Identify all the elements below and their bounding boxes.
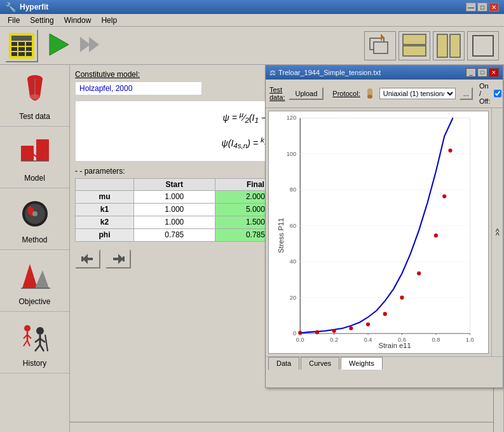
svg-text:80: 80 — [290, 186, 296, 193]
float-window-title: Treloar_1944_Simple_tension.txt — [278, 69, 381, 76]
param-start-phi: 0.785 — [133, 228, 215, 241]
svg-marker-39 — [83, 254, 88, 264]
svg-point-46 — [367, 95, 372, 99]
col-header-start: Start — [133, 178, 215, 190]
app-title: Hyperfit — [20, 3, 48, 11]
svg-text:0.2: 0.2 — [330, 337, 338, 343]
objective-icon — [15, 255, 55, 296]
title-bar-controls[interactable]: — □ ✕ — [466, 3, 499, 11]
close-button[interactable]: ✕ — [489, 3, 499, 11]
svg-line-37 — [45, 335, 48, 351]
center-panel: Constitutive model: Holzapfel, 2000 ψ = … — [70, 65, 504, 432]
svg-text:0.8: 0.8 — [432, 337, 440, 343]
toolbar-import-button[interactable] — [364, 31, 396, 60]
sidebar-label-test-data: Test data — [19, 112, 50, 121]
svg-text:40: 40 — [290, 258, 296, 265]
svg-text:1.0: 1.0 — [466, 337, 474, 343]
svg-point-87 — [434, 233, 438, 237]
svg-point-84 — [383, 312, 387, 316]
svg-rect-16 — [36, 139, 49, 161]
svg-point-82 — [349, 326, 353, 330]
menu-help[interactable]: Help — [96, 15, 122, 26]
float-tabs: Data Curves Weights — [266, 356, 503, 370]
menu-window[interactable]: Window — [59, 15, 97, 26]
test-data-label: Test data: — [269, 86, 285, 101]
svg-rect-4 — [374, 42, 388, 53]
float-window: ⚖ Treloar_1944_Simple_tension.txt _ □ ✕ … — [265, 65, 503, 388]
param-name-phi: phi — [76, 228, 134, 241]
test-data-icon — [15, 70, 55, 111]
svg-marker-0 — [50, 34, 69, 55]
svg-marker-42 — [118, 254, 123, 264]
calculator-button[interactable] — [5, 29, 38, 62]
toolbar-layout1-button[interactable] — [398, 31, 430, 60]
toolbar-single-button[interactable] — [467, 31, 499, 60]
sidebar-item-method[interactable]: Method — [0, 188, 69, 250]
toolbar — [0, 27, 504, 65]
menu-file[interactable]: File — [3, 15, 25, 26]
svg-point-25 — [24, 325, 31, 331]
svg-line-36 — [40, 345, 44, 351]
active-checkbox-label[interactable]: Activa — [494, 90, 504, 97]
float-close-button[interactable]: ✕ — [489, 68, 499, 77]
protocol-label: Protocol: — [332, 90, 360, 97]
sidebar-item-test-data[interactable]: Test data — [0, 65, 69, 127]
svg-rect-40 — [81, 256, 83, 261]
tab-weights[interactable]: Weights — [341, 357, 383, 370]
collapse-button[interactable]: << — [491, 108, 503, 356]
horizontal-scrollbar[interactable] — [70, 422, 493, 432]
sidebar-label-history: History — [23, 359, 46, 368]
svg-point-83 — [366, 323, 370, 326]
svg-text:20: 20 — [290, 295, 296, 301]
upload-button[interactable]: Upload — [289, 87, 324, 100]
svg-text:120: 120 — [287, 115, 296, 121]
float-minimize-button[interactable]: _ — [466, 68, 476, 77]
sidebar-label-method: Method — [22, 235, 47, 244]
menu-bar: File Setting Window Help — [0, 14, 504, 27]
protocol-select[interactable]: Uniaxial (1) tension/comp. — [379, 88, 456, 99]
svg-point-89 — [448, 149, 452, 153]
col-header-name — [76, 178, 134, 190]
float-maximize-button[interactable]: □ — [477, 68, 487, 77]
method-icon — [15, 193, 55, 234]
app-icon: 🔧 — [5, 2, 16, 12]
param-start-k2: 1.000 — [133, 216, 215, 228]
toolbar-layout2-button[interactable] — [433, 31, 465, 60]
svg-line-29 — [24, 340, 27, 346]
svg-text:Stress P11: Stress P11 — [277, 218, 285, 253]
skip-button[interactable] — [78, 33, 100, 58]
svg-line-35 — [35, 345, 40, 351]
float-window-icon: ⚖ — [269, 69, 276, 77]
svg-marker-2 — [89, 37, 99, 52]
svg-rect-10 — [450, 34, 460, 57]
active-checkbox[interactable] — [494, 90, 501, 97]
svg-text:100: 100 — [287, 151, 296, 157]
title-bar-left: 🔧 Hyperfit — [5, 2, 48, 12]
minimize-button[interactable]: — — [466, 3, 476, 11]
param-start-mu: 1.000 — [133, 190, 215, 203]
param-back-button[interactable] — [75, 249, 100, 268]
tab-curves[interactable]: Curves — [301, 357, 339, 370]
sidebar-item-history[interactable]: History — [0, 312, 69, 373]
param-forward-button[interactable] — [106, 249, 131, 268]
sidebar-label-model: Model — [24, 174, 45, 183]
param-start-k1: 1.000 — [133, 203, 215, 216]
protocol-more-button[interactable]: ... — [460, 87, 473, 100]
tab-data[interactable]: Data — [268, 357, 299, 370]
main-content: Test data Model — [0, 65, 504, 432]
svg-marker-1 — [80, 37, 90, 52]
param-name-k2: k2 — [76, 216, 134, 228]
svg-point-85 — [400, 296, 404, 300]
svg-text:0.4: 0.4 — [364, 337, 372, 343]
sidebar-item-objective[interactable]: Objective — [0, 250, 69, 312]
history-icon — [15, 317, 55, 358]
menu-setting[interactable]: Setting — [25, 15, 58, 26]
sidebar-label-objective: Objective — [18, 297, 50, 306]
svg-rect-7 — [403, 34, 426, 45]
svg-point-79 — [298, 331, 302, 335]
svg-line-30 — [27, 340, 30, 346]
svg-point-80 — [315, 330, 319, 334]
maximize-button[interactable]: □ — [477, 3, 487, 11]
sidebar-item-model[interactable]: Model — [0, 127, 69, 188]
play-button[interactable] — [43, 30, 72, 61]
